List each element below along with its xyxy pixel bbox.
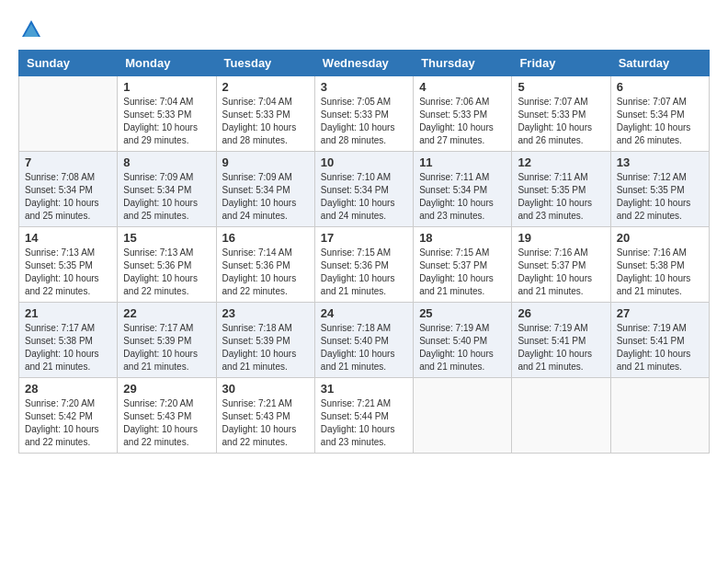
calendar-cell: 20Sunrise: 7:16 AM Sunset: 5:38 PM Dayli… [610,227,709,303]
day-number: 31 [321,382,407,396]
calendar-cell: 1Sunrise: 7:04 AM Sunset: 5:33 PM Daylig… [118,76,216,152]
calendar-cell: 6Sunrise: 7:07 AM Sunset: 5:34 PM Daylig… [610,76,709,152]
calendar-cell: 21Sunrise: 7:17 AM Sunset: 5:38 PM Dayli… [19,303,118,378]
day-number: 9 [222,155,309,169]
weekday-header-cell: Monday [118,51,216,76]
calendar-cell: 12Sunrise: 7:11 AM Sunset: 5:35 PM Dayli… [512,152,610,227]
day-info: Sunrise: 7:14 AM Sunset: 5:36 PM Dayligh… [222,247,309,298]
calendar-cell: 4Sunrise: 7:06 AM Sunset: 5:33 PM Daylig… [414,76,512,152]
day-info: Sunrise: 7:05 AM Sunset: 5:33 PM Dayligh… [321,96,407,147]
calendar-cell: 7Sunrise: 7:08 AM Sunset: 5:34 PM Daylig… [19,152,118,227]
day-number: 17 [321,231,407,245]
day-info: Sunrise: 7:20 AM Sunset: 5:42 PM Dayligh… [25,397,111,449]
weekday-header-cell: Thursday [414,51,512,76]
day-number: 19 [518,231,604,245]
day-number: 28 [25,382,111,396]
day-number: 12 [518,155,604,169]
day-number: 11 [419,155,506,169]
day-info: Sunrise: 7:20 AM Sunset: 5:43 PM Dayligh… [123,397,210,449]
calendar-cell: 25Sunrise: 7:19 AM Sunset: 5:40 PM Dayli… [414,303,512,378]
calendar-cell: 24Sunrise: 7:18 AM Sunset: 5:40 PM Dayli… [314,303,413,378]
calendar-cell [414,378,512,454]
calendar-cell: 14Sunrise: 7:13 AM Sunset: 5:35 PM Dayli… [19,227,118,303]
day-info: Sunrise: 7:13 AM Sunset: 5:36 PM Dayligh… [123,247,210,298]
calendar-week-row: 1Sunrise: 7:04 AM Sunset: 5:33 PM Daylig… [19,76,710,152]
weekday-header-cell: Sunday [19,51,118,76]
day-info: Sunrise: 7:13 AM Sunset: 5:35 PM Dayligh… [25,247,111,298]
page-header [18,18,710,40]
calendar-week-row: 21Sunrise: 7:17 AM Sunset: 5:38 PM Dayli… [19,303,710,378]
day-info: Sunrise: 7:16 AM Sunset: 5:38 PM Dayligh… [617,247,703,298]
day-number: 18 [419,231,506,245]
weekday-header-cell: Friday [512,51,610,76]
calendar-cell: 3Sunrise: 7:05 AM Sunset: 5:33 PM Daylig… [314,76,413,152]
weekday-header-cell: Tuesday [216,51,314,76]
day-info: Sunrise: 7:18 AM Sunset: 5:40 PM Dayligh… [321,322,407,373]
day-info: Sunrise: 7:08 AM Sunset: 5:34 PM Dayligh… [25,171,111,223]
day-info: Sunrise: 7:12 AM Sunset: 5:35 PM Dayligh… [617,171,703,223]
day-info: Sunrise: 7:17 AM Sunset: 5:39 PM Dayligh… [123,322,210,373]
day-number: 4 [419,80,506,94]
day-info: Sunrise: 7:06 AM Sunset: 5:33 PM Dayligh… [419,96,506,147]
day-number: 20 [617,231,703,245]
day-number: 3 [321,80,407,94]
day-number: 22 [123,306,210,320]
day-number: 6 [617,80,703,94]
calendar-cell: 2Sunrise: 7:04 AM Sunset: 5:33 PM Daylig… [216,76,314,152]
day-info: Sunrise: 7:21 AM Sunset: 5:44 PM Dayligh… [321,397,407,449]
day-info: Sunrise: 7:04 AM Sunset: 5:33 PM Dayligh… [123,96,210,147]
day-info: Sunrise: 7:04 AM Sunset: 5:33 PM Dayligh… [222,96,309,147]
calendar-cell: 26Sunrise: 7:19 AM Sunset: 5:41 PM Dayli… [512,303,610,378]
calendar-cell: 5Sunrise: 7:07 AM Sunset: 5:33 PM Daylig… [512,76,610,152]
day-number: 1 [123,80,210,94]
calendar-cell: 30Sunrise: 7:21 AM Sunset: 5:43 PM Dayli… [216,378,314,454]
logo [18,18,42,40]
calendar-cell: 18Sunrise: 7:15 AM Sunset: 5:37 PM Dayli… [414,227,512,303]
day-number: 27 [617,306,703,320]
day-info: Sunrise: 7:09 AM Sunset: 5:34 PM Dayligh… [222,171,309,223]
day-number: 25 [419,306,506,320]
day-number: 14 [25,231,111,245]
day-number: 7 [25,155,111,169]
day-number: 13 [617,155,703,169]
calendar-cell: 11Sunrise: 7:11 AM Sunset: 5:34 PM Dayli… [414,152,512,227]
day-info: Sunrise: 7:19 AM Sunset: 5:41 PM Dayligh… [617,322,703,373]
calendar-week-row: 14Sunrise: 7:13 AM Sunset: 5:35 PM Dayli… [19,227,710,303]
day-info: Sunrise: 7:10 AM Sunset: 5:34 PM Dayligh… [321,171,407,223]
day-info: Sunrise: 7:07 AM Sunset: 5:33 PM Dayligh… [518,96,604,147]
calendar-week-row: 28Sunrise: 7:20 AM Sunset: 5:42 PM Dayli… [19,378,710,454]
day-number: 2 [222,80,309,94]
day-info: Sunrise: 7:19 AM Sunset: 5:40 PM Dayligh… [419,322,506,373]
weekday-header-cell: Wednesday [314,51,413,76]
day-number: 26 [518,306,604,320]
calendar-cell [610,378,709,454]
calendar-cell: 15Sunrise: 7:13 AM Sunset: 5:36 PM Dayli… [118,227,216,303]
day-info: Sunrise: 7:18 AM Sunset: 5:39 PM Dayligh… [222,322,309,373]
calendar-cell: 16Sunrise: 7:14 AM Sunset: 5:36 PM Dayli… [216,227,314,303]
day-number: 10 [321,155,407,169]
day-number: 23 [222,306,309,320]
calendar-cell: 8Sunrise: 7:09 AM Sunset: 5:34 PM Daylig… [118,152,216,227]
day-number: 8 [123,155,210,169]
weekday-header-cell: Saturday [610,51,709,76]
calendar-cell: 22Sunrise: 7:17 AM Sunset: 5:39 PM Dayli… [118,303,216,378]
day-number: 30 [222,382,309,396]
day-number: 29 [123,382,210,396]
day-number: 21 [25,306,111,320]
calendar-week-row: 7Sunrise: 7:08 AM Sunset: 5:34 PM Daylig… [19,152,710,227]
weekday-header-row: SundayMondayTuesdayWednesdayThursdayFrid… [19,51,710,76]
day-number: 24 [321,306,407,320]
day-info: Sunrise: 7:09 AM Sunset: 5:34 PM Dayligh… [123,171,210,223]
day-info: Sunrise: 7:15 AM Sunset: 5:36 PM Dayligh… [321,247,407,298]
day-info: Sunrise: 7:11 AM Sunset: 5:34 PM Dayligh… [419,171,506,223]
calendar-cell: 9Sunrise: 7:09 AM Sunset: 5:34 PM Daylig… [216,152,314,227]
calendar-cell: 27Sunrise: 7:19 AM Sunset: 5:41 PM Dayli… [610,303,709,378]
day-info: Sunrise: 7:11 AM Sunset: 5:35 PM Dayligh… [518,171,604,223]
calendar-cell: 17Sunrise: 7:15 AM Sunset: 5:36 PM Dayli… [314,227,413,303]
day-number: 15 [123,231,210,245]
calendar-cell: 10Sunrise: 7:10 AM Sunset: 5:34 PM Dayli… [314,152,413,227]
day-info: Sunrise: 7:16 AM Sunset: 5:37 PM Dayligh… [518,247,604,298]
day-number: 16 [222,231,309,245]
day-info: Sunrise: 7:21 AM Sunset: 5:43 PM Dayligh… [222,397,309,449]
calendar-cell: 13Sunrise: 7:12 AM Sunset: 5:35 PM Dayli… [610,152,709,227]
